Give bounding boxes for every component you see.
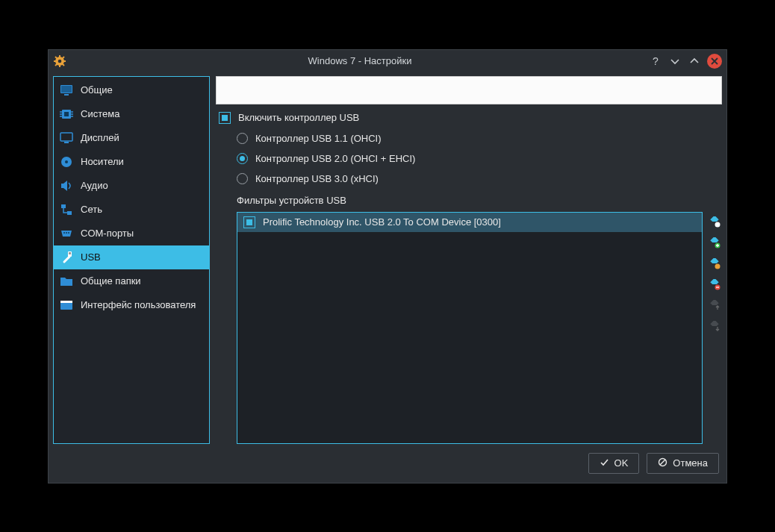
ui-icon (60, 298, 73, 312)
usb-icon (60, 251, 73, 264)
checkbox-icon (219, 112, 231, 124)
sidebar-item-label: Дисплей (81, 132, 119, 143)
usb20-radio[interactable]: Контроллер USB 2.0 (OHCI + EHCI) (216, 151, 722, 166)
settings-window: Windows 7 - Настройки ? Общие (48, 49, 727, 484)
radio-label: Контроллер USB 2.0 (OHCI + EHCI) (255, 153, 415, 164)
sidebar-item-display[interactable]: Дисплей (54, 126, 209, 150)
sidebar-item-label: Система (81, 108, 119, 119)
edit-filter-button[interactable] (708, 257, 721, 270)
sidebar-item-general[interactable]: Общие (54, 78, 209, 102)
cancel-icon (658, 457, 667, 469)
sidebar-item-usb[interactable]: USB (54, 245, 209, 269)
svg-line-7 (62, 63, 64, 66)
radio-icon (237, 173, 248, 184)
maximize-button[interactable] (688, 54, 701, 68)
svg-rect-31 (69, 252, 71, 254)
close-button[interactable] (707, 54, 722, 69)
sidebar: Общие Система Дисплей Носители (53, 76, 210, 444)
window-body: Общие Система Дисплей Носители (49, 72, 726, 448)
usb-filters-list[interactable]: Prolific Technology Inc. USB 2.0 To COM … (237, 212, 703, 444)
speaker-icon (60, 179, 73, 193)
sidebar-item-shared-folders[interactable]: Общие папки (54, 269, 209, 293)
svg-line-8 (55, 63, 57, 66)
dialog-footer: OK Отмена (49, 448, 726, 483)
sidebar-item-network[interactable]: Сеть (54, 198, 209, 222)
svg-rect-14 (64, 112, 69, 116)
minimize-button[interactable] (668, 54, 682, 68)
usb11-radio[interactable]: Контроллер USB 1.1 (OHCI) (216, 131, 722, 145)
svg-point-27 (63, 232, 65, 234)
radio-icon (237, 133, 248, 144)
search-banner[interactable] (216, 76, 722, 104)
svg-line-39 (660, 460, 665, 465)
svg-rect-33 (60, 301, 72, 303)
usb30-radio[interactable]: Контроллер USB 3.0 (xHCI) (216, 172, 722, 186)
sidebar-item-label: Общие (81, 84, 113, 96)
svg-rect-21 (60, 133, 72, 141)
svg-rect-12 (64, 94, 69, 96)
checkbox-icon (243, 216, 255, 228)
add-empty-filter-button[interactable] (708, 215, 721, 228)
radio-label: Контроллер USB 3.0 (xHCI) (255, 173, 379, 184)
svg-point-1 (58, 59, 62, 63)
folder-icon (60, 275, 73, 288)
svg-rect-22 (64, 142, 69, 143)
network-icon (60, 203, 73, 216)
sidebar-item-audio[interactable]: Аудио (54, 174, 209, 198)
sidebar-item-label: Интерфейс пользователя (81, 299, 196, 310)
cancel-button[interactable]: Отмена (647, 453, 719, 474)
enable-usb-label: Включить контроллер USB (238, 112, 359, 123)
move-filter-down-button (708, 319, 721, 333)
radio-icon (237, 153, 248, 164)
sidebar-item-storage[interactable]: Носители (54, 150, 209, 174)
sidebar-item-com-ports[interactable]: COM-порты (54, 222, 209, 245)
display-icon (60, 131, 73, 145)
svg-point-34 (715, 222, 720, 227)
svg-point-29 (68, 232, 69, 234)
sidebar-item-label: Общие папки (81, 275, 141, 287)
sidebar-item-user-interface[interactable]: Интерфейс пользователя (54, 293, 209, 317)
titlebar: Windows 7 - Настройки ? (49, 50, 726, 72)
sidebar-item-label: Носители (81, 156, 124, 167)
monitor-icon (60, 84, 73, 97)
svg-line-6 (55, 57, 57, 59)
sidebar-item-system[interactable]: Система (54, 102, 209, 126)
filter-toolbar (707, 212, 722, 444)
svg-point-28 (66, 232, 67, 234)
svg-line-9 (62, 57, 64, 59)
remove-filter-button[interactable] (708, 278, 721, 291)
move-filter-up-button (708, 298, 721, 312)
svg-point-24 (65, 160, 68, 163)
app-gear-icon (53, 54, 66, 68)
ok-button[interactable]: OK (588, 453, 640, 474)
filters-section-label: Фильтры устройств USB (216, 195, 722, 206)
radio-label: Контроллер USB 1.1 (OHCI) (255, 133, 382, 144)
enable-usb-checkbox[interactable]: Включить контроллер USB (216, 110, 722, 125)
serial-port-icon (60, 227, 73, 240)
ok-label: OK (614, 457, 629, 469)
svg-rect-11 (61, 86, 72, 93)
cancel-label: Отмена (673, 457, 708, 469)
sidebar-item-label: COM-порты (81, 228, 134, 239)
check-icon (600, 457, 609, 469)
add-device-filter-button[interactable] (708, 236, 721, 249)
sidebar-item-label: Аудио (81, 180, 108, 191)
window-controls: ? (649, 54, 722, 69)
filters-area: Prolific Technology Inc. USB 2.0 To COM … (216, 212, 722, 444)
disk-icon (60, 155, 73, 169)
help-button[interactable]: ? (649, 54, 662, 68)
svg-rect-25 (61, 204, 66, 208)
svg-point-36 (715, 263, 720, 269)
usb-filter-item[interactable]: Prolific Technology Inc. USB 2.0 To COM … (237, 213, 702, 232)
main-panel: Включить контроллер USB Контроллер USB 1… (216, 76, 722, 444)
chip-icon (60, 107, 73, 121)
sidebar-item-label: Сеть (81, 204, 102, 215)
sidebar-item-label: USB (81, 251, 101, 263)
window-title: Windows 7 - Настройки (71, 55, 649, 66)
filter-label: Prolific Technology Inc. USB 2.0 To COM … (263, 216, 501, 228)
svg-rect-26 (67, 211, 72, 215)
